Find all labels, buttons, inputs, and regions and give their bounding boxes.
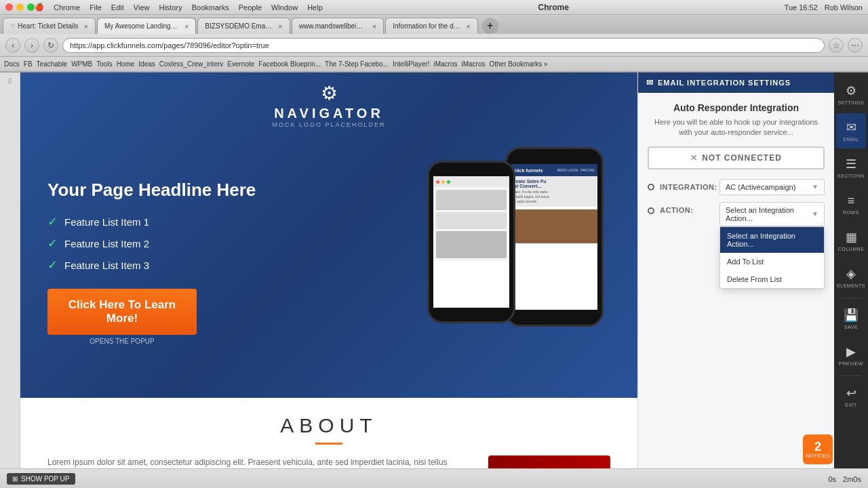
bookmark-fb[interactable]: FB	[24, 60, 33, 68]
logo-area: ⚙ NAVIGATOR MOCK LOGO PLACEHOLDER	[20, 82, 637, 128]
bookmark-intelliplayer[interactable]: IntelliPlayer!	[393, 60, 429, 68]
toolbar-settings[interactable]: ⚙ SETTINGS	[836, 77, 866, 112]
close-button[interactable]	[5, 3, 13, 11]
dropdown-item-select[interactable]: Select an Integration Action...	[720, 227, 824, 253]
tab-label: Heart: Ticket Details	[18, 22, 78, 30]
phone-back: click funnels BERS LOGIN PRICING reate S…	[505, 147, 604, 327]
toolbar-rows[interactable]: ≡ ROWS	[836, 186, 866, 222]
menu-view[interactable]: View	[134, 3, 150, 12]
dot-r	[436, 180, 439, 184]
tab-close-active[interactable]: ×	[184, 22, 189, 30]
not-connected-button[interactable]: ✕ NOT CONNECTED	[648, 146, 825, 169]
cta-button[interactable]: Click Here To Learn More!	[47, 289, 197, 335]
auto-responder-desc: Here you will be able to hook up your in…	[648, 117, 825, 138]
exit-label: EXIT	[845, 403, 857, 407]
new-tab-button[interactable]: +	[482, 18, 498, 34]
bookmark-fbblue[interactable]: Facebook Blueprin...	[258, 60, 321, 68]
integration-select-box[interactable]: AC (Activecampaign) ▼	[719, 179, 825, 195]
toolbar-exit[interactable]: ↩ EXIT	[836, 379, 866, 414]
refresh-button[interactable]: ↻	[43, 38, 58, 53]
preview-label: PREVIEW	[839, 361, 863, 366]
dropdown-item-delete[interactable]: Delete From List	[720, 270, 824, 288]
logo-text: NAVIGATOR	[274, 106, 384, 121]
rows-label: ROWS	[843, 210, 859, 215]
toolbar-email[interactable]: ✉ EMAIL	[836, 113, 866, 148]
tab-close-bizsys[interactable]: ×	[278, 22, 282, 30]
feature-item-3: ✓ Feature List Item 3	[47, 258, 420, 272]
bookmark-tools[interactable]: Tools	[96, 60, 112, 68]
settings-body: Auto Responder Integration Here you will…	[638, 93, 834, 468]
menu-history[interactable]: History	[159, 3, 182, 12]
menu-bookmarks[interactable]: Bookmarks	[192, 3, 229, 12]
menu-file[interactable]: File	[90, 3, 102, 12]
minimize-button[interactable]	[16, 3, 24, 11]
notices-badge[interactable]: 2 NOTICES	[803, 434, 833, 464]
show-popup-label: SHOW POP UP	[21, 475, 70, 483]
window-controls[interactable]	[5, 3, 35, 11]
bookmark-ideas[interactable]: Ideas	[138, 60, 155, 68]
dot-g	[447, 180, 450, 184]
tab-close[interactable]: ×	[83, 22, 87, 30]
bookmark-coxless[interactable]: Coxless_Crew_interv	[159, 60, 223, 68]
feature-item-1: ✓ Feature List Item 1	[47, 214, 420, 229]
integration-select[interactable]: AC (Activecampaign) ▼	[719, 179, 825, 195]
menu-people[interactable]: People	[239, 3, 262, 12]
dropdown-item-add[interactable]: Add To List	[720, 253, 824, 270]
toolbar-divider-1	[841, 298, 861, 298]
tab-bizsys[interactable]: BIZSYSDEMO Email Mark... ×	[197, 18, 290, 34]
menu-help[interactable]: Help	[307, 3, 323, 12]
tab-label-active: My Awesome Landing P...	[104, 22, 179, 30]
bookmark-home[interactable]: Home	[117, 60, 135, 68]
email-toolbar-icon: ✉	[846, 120, 856, 135]
address-bar[interactable]: https://app.clickfunnels.com/pages/78909…	[62, 38, 825, 53]
about-divider	[315, 443, 342, 445]
toolbar-columns[interactable]: ▦ COLUMNS	[836, 223, 866, 258]
menu-window[interactable]: Window	[271, 3, 298, 12]
browser-chrome: ♡ Heart: Ticket Details × My Awesome Lan…	[0, 15, 868, 73]
settings-icon: ⚙	[846, 83, 856, 98]
about-text-area: Lorem ipsum dolor sit amet, consectetur …	[47, 455, 468, 468]
bookmark-imacros2[interactable]: iMacros	[461, 60, 485, 68]
mac-menubar: 🍎 Chrome File Edit View History Bookmark…	[0, 0, 868, 15]
bookmark-other[interactable]: Other Bookmarks »	[489, 60, 547, 68]
toolbar-preview[interactable]: ▶ PREVIEW	[836, 338, 866, 373]
cf-logo-back: click funnels	[514, 168, 542, 173]
tab-info[interactable]: Information for the doma... ×	[385, 18, 477, 34]
menu-chrome[interactable]: Chrome	[54, 3, 80, 12]
tab-label-mands: www.mandswellbeing/cha...	[299, 22, 367, 30]
bookmark-wpmb[interactable]: WPMB	[71, 60, 92, 68]
bookmark-imacros1[interactable]: iMacros	[433, 60, 457, 68]
tab-close-mands[interactable]: ×	[372, 22, 376, 30]
toolbar-save[interactable]: 💾 SAVE	[836, 301, 866, 336]
tab-heart[interactable]: ♡ Heart: Ticket Details ×	[3, 18, 96, 34]
toolbar-elements[interactable]: ◈ ELEMENTS	[836, 260, 866, 295]
forward-button[interactable]: ›	[24, 38, 39, 53]
check-icon-2: ✓	[47, 236, 58, 251]
bookmark-teachable[interactable]: Teachable	[37, 60, 68, 68]
bookmark-evernote[interactable]: Evernote	[227, 60, 254, 68]
tab-close-info[interactable]: ×	[466, 22, 470, 30]
tab-mands[interactable]: www.mandswellbeing/cha... ×	[292, 18, 384, 34]
screen-block-3	[436, 231, 507, 258]
bookmark-docs[interactable]: Docs	[4, 60, 20, 68]
toolbar-sections[interactable]: ☰ SECTIONS	[836, 150, 866, 185]
integration-row: INTEGRATION: AC (Activecampaign) ▼	[648, 179, 825, 195]
settings-label: SETTINGS	[837, 100, 864, 105]
action-select-box[interactable]: Select an Integration Action... ▼	[719, 202, 825, 226]
cta-subtitle: OPENS THE POPUP	[47, 338, 197, 345]
about-header: ABOUT	[47, 414, 610, 445]
feature-list: ✓ Feature List Item 1 ✓ Feature List Ite…	[47, 214, 420, 272]
tab-landing[interactable]: My Awesome Landing P... ×	[97, 18, 196, 34]
action-select[interactable]: Select an Integration Action... ▼ Select…	[719, 202, 825, 226]
bookmark-button[interactable]: ☆	[829, 38, 844, 53]
extensions-button[interactable]: ⋯	[848, 38, 863, 53]
integration-value: AC (Activecampaign)	[726, 183, 795, 191]
menu-apple[interactable]: 🍎	[35, 3, 44, 12]
back-button[interactable]: ‹	[5, 38, 20, 53]
fullscreen-button[interactable]	[27, 3, 35, 11]
action-row: ACTION: Select an Integration Action... …	[648, 202, 825, 226]
not-connected-label: NOT CONNECTED	[702, 153, 782, 163]
show-popup-button[interactable]: ⊞ SHOW POP UP	[7, 473, 75, 485]
bookmark-7step[interactable]: The 7-Step Facebo...	[325, 60, 389, 68]
menu-edit[interactable]: Edit	[111, 3, 124, 12]
